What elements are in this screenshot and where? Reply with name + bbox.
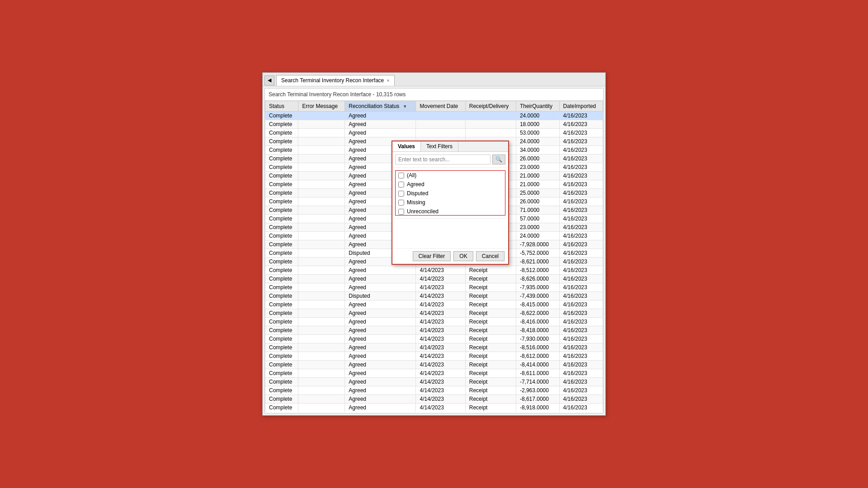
recon-cell: Agreed [345, 120, 416, 129]
error-cell [298, 361, 345, 369]
movement-date-cell: 4/14/2023 [416, 283, 465, 292]
filter-checkbox-1[interactable] [398, 182, 404, 188]
quantity-cell: 21.0000 [516, 180, 559, 189]
clear-filter-button[interactable]: Clear Filter [413, 251, 451, 261]
movement-date-cell: 4/14/2023 [416, 386, 465, 395]
recon-cell: Agreed [345, 386, 416, 395]
table-row[interactable]: CompleteAgreed4/14/2023Receipt-8,611.000… [265, 369, 603, 378]
col-recon[interactable]: Reconciliation Status ▼ [345, 101, 416, 112]
filter-tab-values[interactable]: Values [392, 141, 421, 151]
filter-tab-text[interactable]: Text Filters [421, 141, 458, 151]
recon-cell: Agreed [345, 369, 416, 378]
filter-checkbox-0[interactable] [398, 173, 404, 178]
quantity-cell: 24.0000 [516, 232, 559, 240]
status-cell: Complete [265, 309, 298, 318]
quantity-cell: 53.0000 [516, 129, 559, 137]
receipt-cell: Receipt [465, 395, 516, 404]
col-date-imported[interactable]: DateImported [559, 101, 603, 112]
filter-option[interactable]: Agreed [396, 180, 505, 189]
recon-cell: Agreed [345, 326, 416, 335]
table-row[interactable]: CompleteAgreed4/14/2023Receipt-8,626.000… [265, 275, 603, 283]
filter-tabs: Values Text Filters [392, 141, 508, 152]
ok-button[interactable]: OK [453, 251, 473, 261]
table-row[interactable]: CompleteAgreed4/14/2023Receipt-7,935.000… [265, 283, 603, 292]
table-row[interactable]: CompleteAgreed4/14/2023Receipt-7,714.000… [265, 378, 603, 386]
col-error[interactable]: Error Message [298, 101, 345, 112]
date-imported-cell: 4/16/2023 [559, 335, 603, 343]
back-button[interactable]: ◀ [264, 75, 274, 85]
quantity-cell: -8,512.0000 [516, 266, 559, 275]
col-status[interactable]: Status [265, 101, 298, 112]
quantity-cell: -8,415.0000 [516, 300, 559, 309]
table-row[interactable]: CompleteAgreed4/14/2023Receipt-8,418.000… [265, 326, 603, 335]
filter-checkbox-2[interactable] [398, 191, 404, 197]
error-cell [298, 137, 345, 146]
error-cell [298, 343, 345, 352]
status-cell: Complete [265, 395, 298, 404]
filter-checkbox-4[interactable] [398, 209, 404, 215]
table-row[interactable]: CompleteAgreed4/14/2023Receipt-8,622.000… [265, 309, 603, 318]
receipt-cell: Receipt [465, 300, 516, 309]
date-imported-cell: 4/16/2023 [559, 249, 603, 258]
error-cell [298, 155, 345, 163]
date-imported-cell: 4/16/2023 [559, 343, 603, 352]
table-row[interactable]: CompleteDisputed4/14/2023Receipt-7,439.0… [265, 292, 603, 300]
status-cell: Complete [265, 266, 298, 275]
col-movement[interactable]: Movement Date [416, 101, 465, 112]
table-row[interactable]: CompleteAgreed4/14/2023Receipt-2,963.000… [265, 386, 603, 395]
movement-date-cell [416, 120, 465, 129]
date-imported-cell: 4/16/2023 [559, 112, 603, 120]
table-row[interactable]: CompleteAgreed24.00004/16/2023 [265, 112, 603, 120]
cancel-button[interactable]: Cancel [476, 251, 505, 261]
filter-empty-area [395, 218, 505, 245]
table-row[interactable]: CompleteAgreed4/14/2023Receipt-8,414.000… [265, 361, 603, 369]
table-row[interactable]: CompleteAgreed18.00004/16/2023 [265, 120, 603, 129]
main-tab[interactable]: Search Terminal Inventory Recon Interfac… [276, 75, 395, 86]
receipt-cell: Receipt [465, 335, 516, 343]
date-imported-cell: 4/16/2023 [559, 275, 603, 283]
filter-option[interactable]: Disputed [396, 189, 505, 198]
table-row[interactable]: CompleteAgreed4/14/2023Receipt-8,512.000… [265, 266, 603, 275]
filter-option[interactable]: Missing [396, 198, 505, 207]
table-row[interactable]: CompleteAgreed4/14/2023Receipt-8,617.000… [265, 395, 603, 404]
filter-checkbox-3[interactable] [398, 200, 404, 206]
date-imported-cell: 4/16/2023 [559, 386, 603, 395]
receipt-cell: Receipt [465, 369, 516, 378]
date-imported-cell: 4/16/2023 [559, 232, 603, 240]
table-row[interactable]: CompleteAgreed4/14/2023Receipt-8,416.000… [265, 318, 603, 326]
filter-option[interactable]: Unreconciled [396, 207, 505, 216]
movement-date-cell: 4/14/2023 [416, 343, 465, 352]
status-cell: Complete [265, 361, 298, 369]
table-row[interactable]: CompleteAgreed4/14/2023Receipt-8,516.000… [265, 343, 603, 352]
table-row[interactable]: CompleteAgreed4/14/2023Receipt-8,415.000… [265, 300, 603, 309]
movement-date-cell [416, 129, 465, 137]
table-row[interactable]: CompleteAgreed4/14/2023Receipt-7,930.000… [265, 335, 603, 343]
tab-close-button[interactable]: × [387, 78, 389, 83]
date-imported-cell: 4/16/2023 [559, 283, 603, 292]
status-cell: Complete [265, 249, 298, 258]
quantity-cell: -7,714.0000 [516, 378, 559, 386]
filter-option[interactable]: (All) [396, 171, 505, 180]
table-row[interactable]: CompleteAgreed4/14/2023Receipt-8,918.000… [265, 404, 603, 412]
filter-search-button[interactable]: 🔍 [492, 155, 505, 164]
quantity-cell: 71.0000 [516, 206, 559, 215]
date-imported-cell: 4/16/2023 [559, 318, 603, 326]
quantity-cell: -8,626.0000 [516, 275, 559, 283]
date-imported-cell: 4/16/2023 [559, 292, 603, 300]
filter-options-list: (All)AgreedDisputedMissingUnreconciled [395, 170, 505, 216]
table-row[interactable]: CompleteAgreed4/14/2023Receipt-8,612.000… [265, 352, 603, 361]
tab-bar: ◀ Search Terminal Inventory Recon Interf… [263, 73, 605, 86]
table-row[interactable]: CompleteAgreed53.00004/16/2023 [265, 129, 603, 137]
recon-cell: Agreed [345, 318, 416, 326]
filter-search-input[interactable] [395, 155, 491, 164]
date-imported-cell: 4/16/2023 [559, 180, 603, 189]
recon-cell: Agreed [345, 378, 416, 386]
filter-icon: ▼ [403, 104, 407, 109]
recon-cell: Disputed [345, 292, 416, 300]
col-quantity[interactable]: TheirQuantity [516, 101, 559, 112]
col-receipt[interactable]: Receipt/Delivery [465, 101, 516, 112]
date-imported-cell: 4/16/2023 [559, 215, 603, 223]
quantity-cell: -7,928.0000 [516, 240, 559, 249]
date-imported-cell: 4/16/2023 [559, 206, 603, 215]
recon-cell: Agreed [345, 343, 416, 352]
